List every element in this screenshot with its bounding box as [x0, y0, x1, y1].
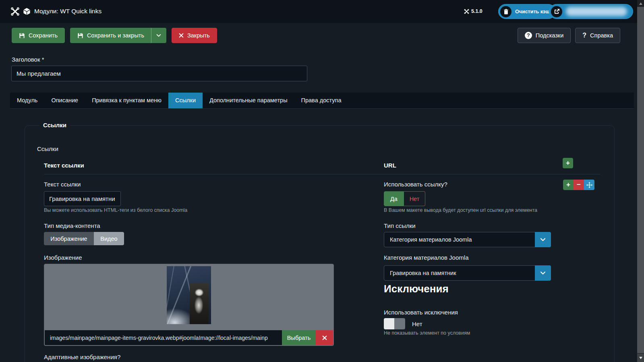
- arrow-up-icon: [639, 2, 642, 5]
- use-link-no-button[interactable]: Нет: [404, 191, 425, 206]
- use-link-yes-button[interactable]: Да: [384, 191, 404, 206]
- tab-links[interactable]: Ссылки: [168, 93, 203, 108]
- tips-label: Подсказки: [536, 32, 564, 39]
- top-bar: Модули: WT Quick links 5.1.0: [0, 0, 644, 23]
- link-type-select[interactable]: Категория материалов Joomla: [384, 232, 551, 247]
- use-exceptions-switch[interactable]: [384, 318, 405, 329]
- external-link-icon: [551, 6, 562, 17]
- scrollbar-down-button[interactable]: [637, 354, 644, 362]
- scrollbar-up-button[interactable]: [637, 0, 644, 7]
- links-fieldset: Ссылки Ссылки Текст ссылки URL + Текст с…: [25, 125, 615, 362]
- save-options-caret-button[interactable]: [151, 28, 166, 43]
- save-close-label: Сохранить и закрыть: [87, 32, 144, 39]
- scrollbar-thumb[interactable]: [637, 7, 644, 353]
- chevron-down-icon: [156, 33, 162, 38]
- arrow-down-icon: [639, 357, 642, 359]
- column-header-link-text: Текст ссылки: [44, 162, 84, 169]
- save-label: Сохранить: [29, 32, 58, 39]
- adaptive-images-label: Адаптивные изображения?: [44, 354, 120, 360]
- site-preview-button[interactable]: [549, 4, 633, 19]
- image-select-button[interactable]: Выбрать: [282, 330, 316, 345]
- image-label: Изображение: [44, 254, 82, 261]
- toolbar: Сохранить Сохранить и закрыть: [12, 28, 217, 43]
- add-row-button[interactable]: +: [563, 158, 573, 168]
- link-text-help: Вы можете использовать HTML-теги из бело…: [44, 207, 187, 213]
- exceptions-heading: Исключения: [384, 283, 449, 295]
- tab-advanced[interactable]: Дополнительные параметры: [203, 93, 294, 108]
- link-text-label: Текст ссылки: [44, 181, 81, 188]
- close-label: Закрыть: [187, 32, 210, 39]
- help-label: Справка: [590, 32, 613, 39]
- media-type-label: Тип медиа-контента: [44, 222, 100, 229]
- use-link-label: Использовать ссылку?: [384, 181, 447, 188]
- minus-icon: −: [577, 181, 581, 189]
- image-path-input[interactable]: [45, 330, 282, 345]
- use-exceptions-label: Использовать исключения: [384, 309, 458, 316]
- preview-image: [167, 266, 211, 324]
- page-title: Модули: WT Quick links: [34, 8, 101, 15]
- column-header-url: URL: [384, 162, 396, 169]
- chevron-down-icon[interactable]: [535, 232, 551, 247]
- link-type-value: Категория материалов Joomla: [384, 236, 535, 243]
- tab-menu-assignment[interactable]: Привязка к пунктам меню: [85, 93, 168, 108]
- help-button[interactable]: ? Справка: [575, 28, 620, 43]
- use-link-help: В Вашем макете вывода будет доступен url…: [384, 207, 537, 213]
- blurred-site-name: [566, 7, 627, 16]
- tab-permissions[interactable]: Права доступа: [294, 93, 348, 108]
- subform-divider: [44, 174, 601, 174]
- category-select[interactable]: Гравировка на памятник: [384, 265, 551, 281]
- category-value: Гравировка на памятник: [384, 270, 535, 276]
- question-circle-icon: ?: [525, 32, 532, 39]
- row-add-button[interactable]: +: [563, 180, 574, 190]
- links-legend: Ссылки: [39, 122, 70, 128]
- version-text: 5.1.0: [471, 8, 482, 14]
- image-clear-button[interactable]: [316, 330, 333, 345]
- scrollbar: [637, 0, 644, 362]
- trash-icon: [500, 6, 511, 17]
- joomla-logo-icon: [10, 7, 20, 18]
- media-video-button[interactable]: Видео: [94, 232, 124, 245]
- module-title-label: Заголовок *: [12, 56, 44, 63]
- close-button[interactable]: Закрыть: [172, 28, 217, 43]
- image-path-bar: Выбрать: [45, 330, 333, 345]
- image-preview-box: Выбрать: [44, 264, 334, 346]
- chevron-down-icon[interactable]: [535, 265, 551, 281]
- joomla-version-icon: [464, 9, 469, 14]
- clear-cache-button[interactable]: Очистить кэш: [498, 4, 556, 19]
- tab-module[interactable]: Модуль: [10, 93, 44, 108]
- clear-cache-label: Очистить кэш: [515, 9, 550, 14]
- close-icon: [322, 335, 327, 340]
- links-subform-label: Ссылки: [37, 145, 58, 152]
- link-text-input[interactable]: [44, 191, 121, 206]
- module-cube-icon: [23, 8, 31, 17]
- arrows-move-icon: [586, 182, 592, 188]
- joomla-version: 5.1.0: [464, 8, 482, 14]
- engraved-monument-image: [190, 283, 209, 324]
- switch-track: [384, 318, 394, 329]
- use-exceptions-value: Нет: [412, 321, 422, 327]
- toolbar-right: ? Подсказки ? Справка: [518, 28, 620, 43]
- tab-bar: Модуль Описание Привязка к пунктам меню …: [10, 93, 634, 109]
- media-type-group: Изображение Видео: [44, 232, 124, 245]
- save-close-button[interactable]: Сохранить и закрыть: [70, 28, 151, 43]
- use-link-toggle: Да Нет: [384, 191, 425, 206]
- save-close-split-button: Сохранить и закрыть: [70, 28, 166, 43]
- tips-button[interactable]: ? Подсказки: [518, 28, 571, 43]
- exceptions-help: Не показывать элемент по условиям: [384, 330, 470, 336]
- media-image-button[interactable]: Изображение: [44, 232, 94, 245]
- link-type-label: Тип ссылки: [384, 222, 416, 229]
- question-mark-icon: ?: [582, 32, 586, 39]
- switch-knob: [394, 318, 405, 329]
- row-controls: + −: [563, 180, 594, 190]
- use-exceptions-row: Нет: [384, 318, 422, 329]
- tab-description[interactable]: Описание: [44, 93, 85, 108]
- module-title-input[interactable]: [11, 66, 307, 81]
- plus-icon: +: [566, 181, 570, 189]
- category-label: Категория материалов Joomla: [384, 254, 468, 261]
- close-icon: [179, 33, 184, 38]
- save-button[interactable]: Сохранить: [12, 28, 65, 43]
- plus-icon: +: [566, 159, 570, 167]
- row-remove-button[interactable]: −: [574, 180, 584, 190]
- save-icon: [19, 33, 25, 39]
- row-move-button[interactable]: [584, 180, 594, 190]
